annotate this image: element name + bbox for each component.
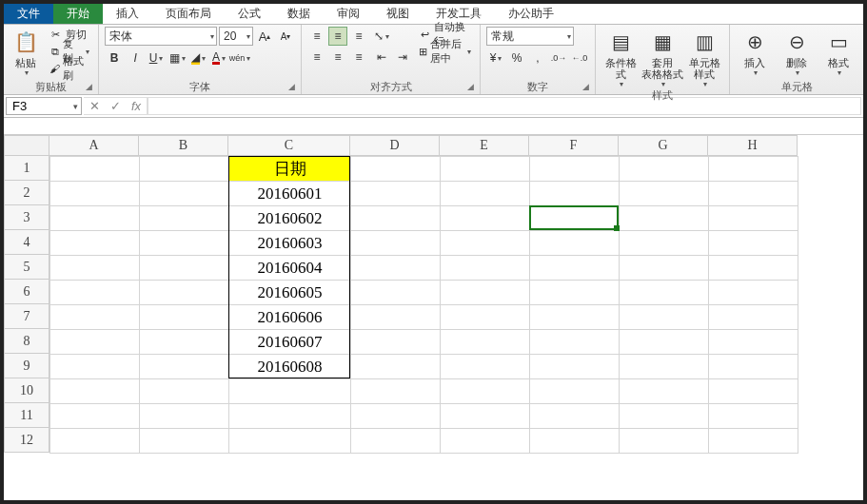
tab-开始[interactable]: 开始 <box>53 4 103 24</box>
table-format-button[interactable]: ▦套用 表格格式 <box>643 27 681 88</box>
align-middle-button[interactable]: ≡ <box>328 27 347 46</box>
format-cells-button[interactable]: ▭格式 <box>819 27 857 77</box>
cell[interactable] <box>709 379 798 404</box>
italic-button[interactable]: I <box>126 48 145 68</box>
cell[interactable] <box>351 206 441 231</box>
cell[interactable] <box>620 206 709 231</box>
row-header[interactable]: 3 <box>4 205 49 230</box>
conditional-format-button[interactable]: ▤条件格式 <box>601 27 640 88</box>
column-header[interactable]: C <box>228 135 350 156</box>
cell[interactable] <box>709 404 798 429</box>
cell[interactable] <box>140 182 229 206</box>
cell[interactable] <box>351 404 441 429</box>
orientation-button[interactable]: ⤡ <box>372 27 391 46</box>
cell[interactable] <box>620 429 709 454</box>
launcher-icon[interactable]: ◢ <box>467 80 474 93</box>
cell[interactable] <box>140 379 229 404</box>
cell[interactable] <box>709 429 798 454</box>
cell[interactable] <box>441 231 530 256</box>
align-right-button[interactable]: ≡ <box>349 48 368 67</box>
cell[interactable]: 20160607 <box>229 330 351 355</box>
row-header[interactable]: 8 <box>4 329 49 354</box>
cell[interactable] <box>140 231 229 256</box>
name-box[interactable]: F3 <box>6 97 82 115</box>
row-header[interactable]: 5 <box>4 255 49 280</box>
cancel-formula-button[interactable]: ✕ <box>84 99 105 113</box>
cell[interactable] <box>620 157 709 182</box>
cell[interactable] <box>530 355 620 379</box>
cell[interactable] <box>709 231 798 256</box>
cell[interactable] <box>530 281 620 305</box>
cell[interactable] <box>530 206 620 231</box>
row-header[interactable]: 12 <box>4 428 49 453</box>
decrease-font-button[interactable]: A▾ <box>276 27 295 46</box>
cell[interactable] <box>709 206 798 231</box>
tab-插入[interactable]: 插入 <box>103 4 152 24</box>
cell[interactable] <box>351 281 441 305</box>
cell[interactable] <box>229 379 351 404</box>
cell[interactable] <box>441 305 530 330</box>
cell[interactable] <box>140 256 229 281</box>
cell[interactable] <box>620 231 709 256</box>
column-header[interactable]: H <box>708 135 798 156</box>
cell[interactable] <box>530 157 620 182</box>
font-size-combo[interactable]: 20 <box>219 27 253 46</box>
cell[interactable] <box>351 182 441 206</box>
cell[interactable] <box>530 379 620 404</box>
cell[interactable] <box>530 429 620 454</box>
row-header[interactable]: 11 <box>4 403 49 428</box>
row-header[interactable]: 9 <box>4 354 49 378</box>
cell[interactable] <box>709 330 798 355</box>
format-painter-button[interactable]: 🖌格式刷 <box>47 61 92 76</box>
cell[interactable] <box>620 305 709 330</box>
cell[interactable] <box>530 330 620 355</box>
column-header[interactable]: G <box>619 135 708 156</box>
cell[interactable] <box>441 355 530 379</box>
cell[interactable] <box>530 182 620 206</box>
merge-center-button[interactable]: ⊞合并后居中 <box>416 44 474 59</box>
tab-页面布局[interactable]: 页面布局 <box>152 4 225 24</box>
align-top-button[interactable]: ≡ <box>307 27 326 46</box>
increase-decimal-button[interactable]: .0→ <box>549 48 568 68</box>
cell[interactable] <box>140 281 229 305</box>
underline-button[interactable]: U <box>147 48 166 68</box>
spreadsheet-grid[interactable]: ABCDEFGH 123456789101112 日期2016060120160… <box>4 135 863 500</box>
decrease-indent-button[interactable]: ⇤ <box>372 48 391 67</box>
cell[interactable]: 20160605 <box>229 281 351 305</box>
cell[interactable] <box>620 355 709 379</box>
cell[interactable] <box>50 379 140 404</box>
cell[interactable] <box>140 157 229 182</box>
cell[interactable] <box>441 157 530 182</box>
cell[interactable] <box>351 157 441 182</box>
cell[interactable] <box>530 231 620 256</box>
row-header[interactable]: 6 <box>4 280 49 304</box>
number-format-combo[interactable]: 常规 <box>486 27 574 46</box>
tab-办公助手[interactable]: 办公助手 <box>495 4 567 24</box>
cell[interactable] <box>50 256 140 281</box>
cell[interactable] <box>50 305 140 330</box>
formula-input[interactable] <box>148 97 861 115</box>
cell[interactable] <box>530 305 620 330</box>
cell[interactable] <box>709 305 798 330</box>
cell[interactable] <box>50 231 140 256</box>
cell[interactable] <box>140 355 229 379</box>
launcher-icon[interactable]: ◢ <box>288 80 295 93</box>
cell[interactable] <box>620 182 709 206</box>
decrease-decimal-button[interactable]: ←.0 <box>570 48 589 68</box>
cell[interactable] <box>441 206 530 231</box>
cell[interactable] <box>620 281 709 305</box>
column-header[interactable]: D <box>350 135 440 156</box>
column-header[interactable]: B <box>139 135 228 156</box>
cell[interactable] <box>709 281 798 305</box>
cell[interactable]: 20160603 <box>229 231 351 256</box>
cell[interactable] <box>351 429 441 454</box>
cell[interactable] <box>140 330 229 355</box>
cell[interactable] <box>441 182 530 206</box>
tab-数据[interactable]: 数据 <box>274 4 324 24</box>
font-color-button[interactable]: A <box>209 48 228 68</box>
cell[interactable] <box>229 404 351 429</box>
column-header[interactable]: A <box>49 135 139 156</box>
cell[interactable] <box>709 355 798 379</box>
launcher-icon[interactable]: ◢ <box>582 80 589 93</box>
cell[interactable]: 日期 <box>229 157 351 182</box>
